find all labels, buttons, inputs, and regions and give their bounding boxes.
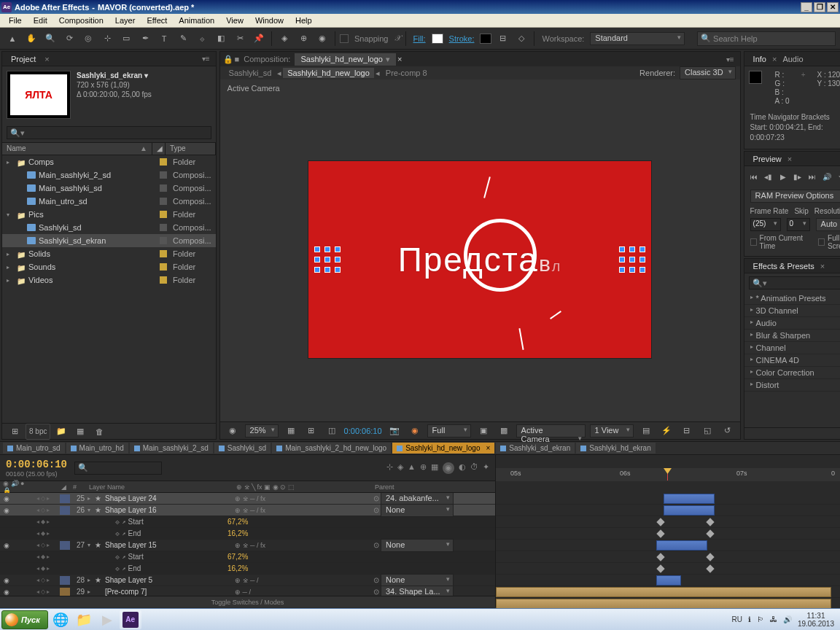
brush-tool-icon[interactable]: ✎	[175, 31, 191, 47]
tl-icon[interactable]: ◐	[459, 462, 466, 474]
tl-icon[interactable]: ✦	[483, 462, 489, 474]
current-timecode[interactable]: 0:00:06:10	[6, 459, 67, 470]
stroke-label[interactable]: Stroke:	[446, 34, 478, 43]
views-dropdown[interactable]: 1 View	[590, 424, 634, 438]
search-help-input[interactable]: 🔍 Search Help	[697, 31, 836, 46]
skip-field[interactable]: 0	[787, 218, 810, 231]
loop-icon[interactable]: ⟲	[835, 171, 840, 182]
project-item[interactable]: Main_sashlyki_2_sdComposi...	[2, 168, 216, 182]
full-screen-checkbox[interactable]: Full Screen	[818, 234, 840, 250]
tl-icon[interactable]: ▲	[408, 462, 416, 474]
stroke-opts-icon[interactable]: ⊟	[494, 31, 510, 47]
label-column-icon[interactable]: ◢	[152, 143, 166, 155]
effects-category[interactable]: ▸Color Correction	[744, 367, 840, 379]
play-icon[interactable]: ▶	[777, 171, 790, 182]
menu-effect[interactable]: Effect	[141, 15, 173, 26]
effects-category[interactable]: ▸Audio	[744, 317, 840, 330]
rotate-tool-icon[interactable]: ⟳	[61, 31, 77, 47]
workspace-dropdown[interactable]: Standard	[590, 32, 685, 45]
exposure-reset-icon[interactable]: ↺	[720, 423, 736, 439]
resolution-dropdown[interactable]: Full	[427, 424, 471, 438]
tray-icon[interactable]: ℹ	[748, 615, 751, 623]
effects-footer-icon[interactable]: ▦	[744, 427, 840, 439]
tl-icon[interactable]: ◈	[397, 462, 403, 474]
language-indicator[interactable]: RU	[731, 615, 742, 623]
timeline-tab[interactable]: Sashlyki_sd	[214, 443, 271, 454]
text-tool-icon[interactable]: T	[156, 31, 172, 47]
taskbar-explorer-icon[interactable]: 📁	[73, 610, 95, 629]
project-item[interactable]: ▸VideosFolder	[2, 273, 216, 287]
fill-label[interactable]: Fill:	[411, 34, 429, 43]
world-axis-icon[interactable]: ⊕	[295, 31, 311, 47]
info-tab[interactable]: Info	[747, 53, 772, 65]
hand-tool-icon[interactable]: ✋	[23, 31, 39, 47]
tray-network-icon[interactable]: 🖧	[770, 615, 777, 623]
last-frame-icon[interactable]: ⏭	[806, 171, 819, 182]
timeline-icon[interactable]: ⊟	[679, 423, 695, 439]
taskbar-media-icon[interactable]: ▶	[96, 610, 118, 629]
mask-icon[interactable]: ◫	[324, 423, 340, 439]
stroke-swatch[interactable]	[480, 34, 491, 44]
close-button[interactable]: ✕	[827, 2, 839, 12]
timeline-layer[interactable]: ◉◂ ◇ ▸29▸[Pre-comp 7]⊕ ─ /⊙34. Shape La.…	[0, 586, 495, 596]
lock-icon[interactable]: 🔒	[223, 55, 233, 64]
snapping-checkbox[interactable]	[340, 34, 349, 43]
new-folder-icon[interactable]: 📁	[53, 424, 69, 440]
selection-handles[interactable]	[314, 246, 341, 273]
toggle-switches-button[interactable]: Toggle Switches / Modes	[211, 599, 284, 606]
menu-animation[interactable]: Animation	[173, 15, 220, 26]
comp-tab-close-icon[interactable]: ×	[397, 55, 402, 63]
bezier-icon[interactable]: ◇	[513, 31, 529, 47]
pen-tool-icon[interactable]: ✒	[137, 31, 153, 47]
pixel-aspect-icon[interactable]: ▤	[638, 423, 654, 439]
fill-swatch[interactable]	[432, 34, 443, 44]
breadcrumb-item[interactable]: Pre-comp 8	[381, 68, 432, 78]
view-axis-icon[interactable]: ◉	[314, 31, 330, 47]
shape-tool-icon[interactable]: ▭	[118, 31, 134, 47]
project-item[interactable]: ▾PicsFolder	[2, 208, 216, 221]
menu-layer[interactable]: Layer	[109, 15, 141, 26]
fast-previews-icon[interactable]: ⚡	[658, 423, 674, 439]
snapshot-icon[interactable]: 📷	[386, 423, 402, 439]
timeline-playhead[interactable]	[667, 468, 668, 481]
project-tab-close-icon[interactable]: ×	[44, 55, 49, 63]
camera-tool-icon[interactable]: ◎	[80, 31, 96, 47]
interpret-footage-icon[interactable]: ⊞	[7, 424, 23, 440]
menu-help[interactable]: Help	[289, 15, 318, 26]
clone-tool-icon[interactable]: ⟐	[194, 31, 210, 47]
tl-icon[interactable]: ◉	[443, 462, 454, 474]
taskbar-ie-icon[interactable]: 🌐	[50, 610, 71, 629]
timeline-tab[interactable]: Sashlyki_hd_ekran	[576, 443, 656, 454]
timeline-tab[interactable]: Main_sashlyki_2_sd	[130, 443, 213, 454]
new-comp-icon[interactable]: ▦	[72, 424, 88, 440]
project-item[interactable]: Main_sashlyki_sdComposi...	[2, 182, 216, 195]
project-item[interactable]: Main_utro_sdComposi...	[2, 195, 216, 208]
restore-button[interactable]: ❐	[814, 2, 825, 12]
project-item[interactable]: ▸SoundsFolder	[2, 260, 216, 273]
zoom-tool-icon[interactable]: 🔍	[42, 31, 58, 47]
project-item[interactable]: Sashlyki_sd_ekranComposi...	[2, 234, 216, 247]
bpc-button[interactable]: 8 bpc	[26, 424, 50, 440]
menu-composition[interactable]: Composition	[53, 15, 109, 26]
local-axis-icon[interactable]: ◈	[276, 31, 292, 47]
timeline-tab[interactable]: Main_sashlyki_2_hd_new_logo	[272, 443, 391, 454]
timeline-search-input[interactable]: 🔍	[74, 462, 162, 475]
selected-comp-name[interactable]: Sashlyki_sd_ekran ▾	[77, 71, 211, 80]
grid-icon[interactable]: ⊞	[303, 423, 319, 439]
ram-preview-dropdown[interactable]: RAM Preview Options	[750, 190, 840, 203]
audio-tab[interactable]: Audio	[777, 53, 809, 65]
timeline-property[interactable]: ◂ ◆ ▸⟐ ↗ Start67,2%	[0, 551, 495, 563]
always-preview-icon[interactable]: ◉	[225, 423, 241, 439]
camera-dropdown[interactable]: Active Camera	[516, 424, 586, 438]
effects-category[interactable]: ▸Distort	[744, 379, 840, 392]
taskbar-ae-icon[interactable]: Ae	[120, 610, 141, 629]
sort-icon[interactable]: ▲	[140, 144, 147, 153]
eraser-tool-icon[interactable]: ◧	[213, 31, 229, 47]
first-frame-icon[interactable]: ⏮	[747, 171, 761, 182]
timeline-tab[interactable]: Sashlyki_sd_ekran	[496, 443, 575, 454]
effects-category[interactable]: ▸CINEMA 4D	[744, 354, 840, 367]
menu-edit[interactable]: Edit	[28, 15, 53, 26]
menu-window[interactable]: Window	[249, 15, 289, 26]
effects-search-input[interactable]: 🔍▾	[749, 276, 840, 289]
menu-file[interactable]: File	[3, 15, 28, 26]
